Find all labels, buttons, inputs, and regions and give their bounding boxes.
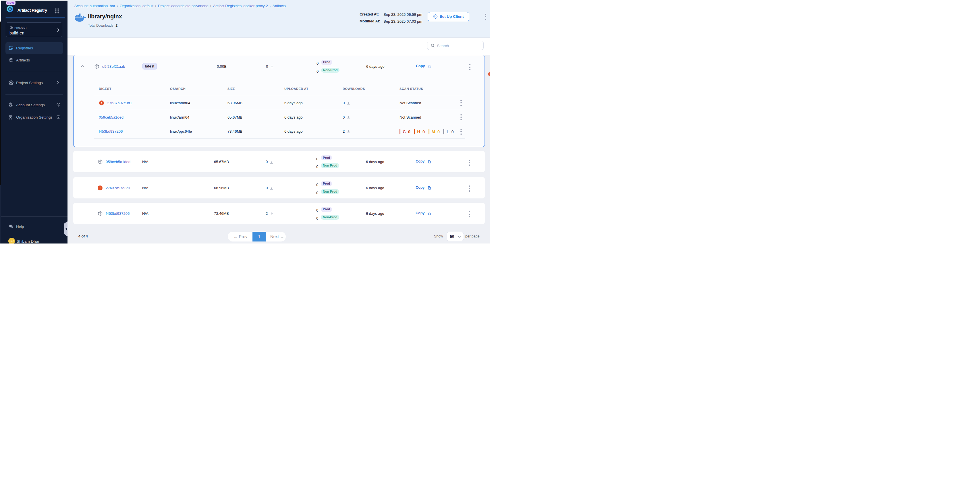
svg-text:?: ? bbox=[10, 225, 11, 227]
